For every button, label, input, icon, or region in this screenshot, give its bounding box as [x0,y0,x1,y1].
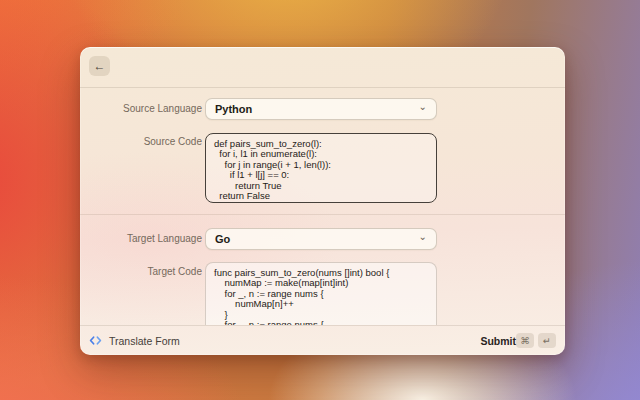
section-divider [80,214,565,215]
source-language-label: Source Language [80,98,202,120]
source-code-label: Source Code [80,136,202,147]
extension-name: Translate Form [109,335,180,347]
window-header: ← [80,47,565,88]
desktop-background: ← Source Language Python ⌄ Source Code d… [0,0,640,400]
target-language-select[interactable]: Go ⌄ [205,228,437,250]
target-code-label: Target Code [80,266,202,277]
window-footer: Translate Form Submit ⌘ ↵ [80,325,565,355]
source-code-textarea[interactable]: def pairs_sum_to_zero(l): for i, l1 in e… [205,133,437,203]
return-key-icon: ↵ [538,333,556,348]
submit-button[interactable]: Submit ⌘ ↵ [480,333,556,348]
target-language-value: Go [215,233,230,245]
back-button[interactable]: ← [89,56,110,76]
submit-label: Submit [480,335,516,347]
chevron-down-icon: ⌄ [419,232,427,242]
target-code-textarea[interactable]: func pairs_sum_to_zero(nums []int) bool … [205,262,437,325]
form-body: Source Language Python ⌄ Source Code def… [80,88,565,325]
source-language-value: Python [215,103,252,115]
footer-extension-info: Translate Form [89,334,180,347]
chevron-down-icon: ⌄ [419,102,427,112]
back-arrow-icon: ← [94,60,106,72]
source-language-select[interactable]: Python ⌄ [205,98,437,120]
code-translate-extension-icon [89,334,102,347]
target-language-label: Target Language [80,228,202,250]
translate-form-window: ← Source Language Python ⌄ Source Code d… [80,47,565,355]
command-key-icon: ⌘ [516,333,534,348]
